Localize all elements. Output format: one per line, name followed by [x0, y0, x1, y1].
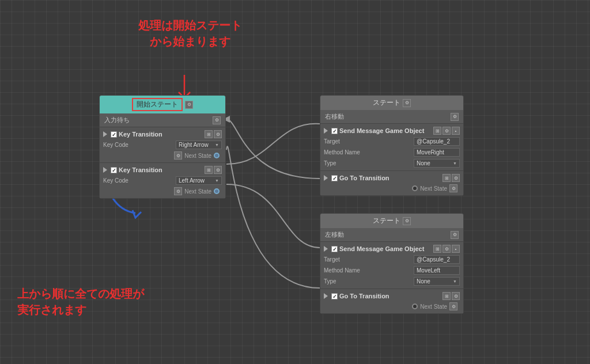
- left-send-header: Send Message Game Object ⊞ ⚙ •: [324, 244, 460, 254]
- left-state-header: ステート ⚙: [320, 214, 463, 228]
- kt2-label: Key Transition: [119, 166, 162, 173]
- key-transition-1: Key Transition ⊞ ⚙ Key Code Right Arrow …: [100, 127, 225, 162]
- right-goto-checkbox[interactable]: [331, 175, 338, 181]
- left-method-value[interactable]: MoveLeft: [414, 266, 460, 275]
- right-state-sub-gear[interactable]: ⚙: [451, 113, 459, 121]
- kt1-next-gear[interactable]: ⚙: [174, 151, 182, 160]
- kt1-next-state-row: ⚙ Next State: [103, 150, 222, 161]
- right-method-label: Method Name: [324, 149, 364, 156]
- kt2-gear-icon[interactable]: ⚙: [214, 166, 222, 174]
- kt2-keycode-value[interactable]: Left Arrow: [176, 176, 222, 185]
- left-target-row: Target @Capsule_2: [324, 254, 460, 265]
- right-send-tri: [324, 128, 328, 134]
- left-method-row: Method Name MoveLeft: [324, 265, 460, 276]
- left-type-value[interactable]: None: [414, 277, 460, 286]
- waiting-gear[interactable]: ⚙: [213, 116, 221, 124]
- checkbox-1[interactable]: [111, 131, 117, 138]
- right-goto-next-row: Next State ⚙: [324, 183, 460, 194]
- right-goto-label: Go To Transition: [339, 175, 389, 181]
- start-node-header: 開始ステート ⚙: [100, 96, 225, 113]
- waiting-label: 入力待ち: [104, 116, 130, 124]
- kt1-label: Key Transition: [119, 131, 162, 138]
- left-send-tri: [324, 246, 328, 252]
- left-send-dot[interactable]: •: [452, 245, 460, 253]
- left-goto-checkbox[interactable]: [331, 293, 338, 299]
- left-type-row: Type None: [324, 276, 460, 287]
- kt1-keycode-row: Key Code Right Arrow: [103, 139, 222, 150]
- right-type-value[interactable]: None: [414, 159, 460, 168]
- right-goto-section: Go To Transition ⊞ ⚙ Next State ⚙: [320, 170, 463, 195]
- tri-icon-1: [103, 131, 107, 137]
- left-send-copy[interactable]: ⊞: [433, 245, 441, 253]
- grid-background: [0, 0, 590, 364]
- left-goto-label: Go To Transition: [339, 293, 389, 299]
- left-type-label: Type: [324, 278, 364, 285]
- right-send-label: Send Message Game Object: [339, 127, 424, 134]
- right-send-gear[interactable]: ⚙: [442, 127, 451, 135]
- right-type-label: Type: [324, 160, 364, 166]
- kt2-keycode-row: Key Code Left Arrow: [103, 175, 222, 186]
- key-transition-1-header: Key Transition ⊞ ⚙: [103, 129, 222, 139]
- right-goto-next-label: Next State: [420, 185, 447, 192]
- right-send-header: Send Message Game Object ⊞ ⚙ •: [324, 126, 460, 136]
- kt2-output-connector[interactable]: [214, 188, 220, 194]
- left-method-label: Method Name: [324, 267, 364, 274]
- left-send-checkbox[interactable]: [331, 246, 338, 252]
- checkbox-2[interactable]: [111, 167, 117, 173]
- right-goto-copy[interactable]: ⊞: [442, 174, 451, 182]
- kt1-icons: ⊞ ⚙: [205, 130, 222, 138]
- key-transition-2-header: Key Transition ⊞ ⚙: [103, 165, 222, 175]
- start-node: 開始ステート ⚙ 入力待ち ⚙ Key Transition ⊞ ⚙ Key C…: [99, 95, 226, 199]
- start-node-title: 開始ステート: [132, 98, 183, 111]
- right-send-copy[interactable]: ⊞: [433, 127, 441, 135]
- right-target-label: Target: [324, 138, 364, 145]
- left-state-gear[interactable]: ⚙: [403, 217, 411, 225]
- tri-icon-2: [103, 167, 107, 173]
- right-state-subtitle: 右移動: [325, 112, 344, 121]
- left-send-label: Send Message Game Object: [339, 245, 424, 252]
- kt1-output-connector[interactable]: [214, 153, 220, 158]
- left-goto-tri: [324, 293, 328, 299]
- left-goto-copy[interactable]: ⊞: [442, 292, 451, 300]
- right-goto-tri: [324, 175, 328, 181]
- kt1-keycode-label: Key Code: [103, 142, 143, 148]
- kt2-copy-icon[interactable]: ⊞: [205, 166, 213, 174]
- left-send-message-section: Send Message Game Object ⊞ ⚙ • Target @C…: [320, 241, 463, 289]
- right-state-title: ステート: [373, 98, 400, 108]
- right-method-row: Method Name MoveRight: [324, 147, 460, 158]
- right-type-row: Type None: [324, 158, 460, 169]
- left-goto-gear2[interactable]: ⚙: [449, 302, 457, 310]
- left-goto-gear[interactable]: ⚙: [452, 292, 460, 300]
- right-goto-input-connector[interactable]: [412, 185, 418, 191]
- right-method-value[interactable]: MoveRight: [414, 148, 460, 157]
- key-transition-2: Key Transition ⊞ ⚙ Key Code Left Arrow ⚙…: [100, 162, 225, 198]
- right-target-value[interactable]: @Capsule_2: [414, 137, 460, 146]
- kt1-copy-icon[interactable]: ⊞: [205, 130, 213, 138]
- left-target-value[interactable]: @Capsule_2: [414, 255, 460, 264]
- left-goto-next-label: Next State: [420, 304, 447, 310]
- right-send-message-section: Send Message Game Object ⊞ ⚙ • Target @C…: [320, 123, 463, 170]
- kt1-next-label: Next State: [184, 153, 211, 159]
- left-send-gear[interactable]: ⚙: [442, 245, 451, 253]
- right-goto-header: Go To Transition ⊞ ⚙: [324, 173, 460, 183]
- right-send-dot[interactable]: •: [452, 127, 460, 135]
- kt1-gear-icon[interactable]: ⚙: [214, 130, 222, 138]
- right-send-checkbox[interactable]: [331, 128, 338, 134]
- kt2-next-gear[interactable]: ⚙: [174, 187, 182, 195]
- start-node-gear[interactable]: ⚙: [185, 101, 193, 109]
- left-state-sub-gear[interactable]: ⚙: [451, 231, 459, 239]
- left-goto-section: Go To Transition ⊞ ⚙ Next State ⚙: [320, 289, 463, 313]
- kt1-keycode-value[interactable]: Right Arrow: [176, 141, 222, 149]
- left-goto-header: Go To Transition ⊞ ⚙: [324, 291, 460, 301]
- right-state-header: ステート ⚙: [320, 96, 463, 110]
- left-state-subtitle: 左移動: [325, 230, 344, 239]
- left-target-label: Target: [324, 256, 364, 263]
- right-state-gear[interactable]: ⚙: [403, 99, 411, 107]
- left-state-node: ステート ⚙ 左移動 ⚙ Send Message Game Object ⊞ …: [320, 213, 464, 314]
- kt2-icons: ⊞ ⚙: [205, 166, 222, 174]
- left-goto-input-connector[interactable]: [412, 304, 418, 309]
- right-goto-gear[interactable]: ⚙: [452, 174, 460, 182]
- waiting-row: 入力待ち ⚙: [100, 113, 225, 127]
- right-goto-gear2[interactable]: ⚙: [449, 184, 457, 192]
- left-goto-next-row: Next State ⚙: [324, 301, 460, 312]
